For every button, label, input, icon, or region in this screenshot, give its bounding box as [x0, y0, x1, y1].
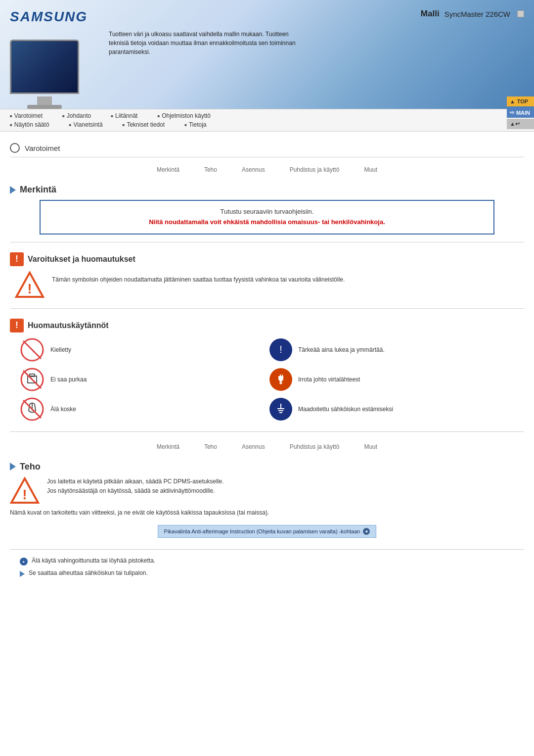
triangle-bullet-icon [20, 571, 25, 577]
breadcrumb-teho[interactable]: Teho [204, 166, 217, 173]
teho-section: Teho ! Jos laitetta ei käytetä pitkään a… [10, 462, 524, 577]
breadcrumb-muut[interactable]: Muut [364, 166, 377, 173]
breadcrumb-bottom-teho[interactable]: Teho [204, 443, 217, 450]
teho-note: Nämä kuvat on tarkoitettu vain viitteeks… [10, 509, 524, 516]
teho-text: Jos laitetta ei käytetä pitkään aikaan, … [47, 477, 224, 496]
nav-liitannät[interactable]: Liitännät [111, 112, 137, 119]
warning-item-2-text: Se saattaa aiheuttaa sähköiskun tai tuli… [29, 569, 148, 576]
top-button[interactable]: ▲ TOP [507, 96, 534, 106]
warning-box-line1: Tutustu seuraaviin turvaohjeisiin. [221, 208, 314, 215]
main-arrow-icon: ⇨ [510, 109, 514, 116]
nav-tekniset[interactable]: Tekniset tiedot [123, 121, 165, 128]
unplug-icon [269, 368, 292, 391]
nav-ohjelmiston[interactable]: Ohjelmiston käyttö [157, 112, 211, 119]
tarkeaa-label: Tärkeää aina lukea ja ymmärtää. [298, 346, 385, 353]
svg-rect-10 [282, 375, 283, 377]
svg-text:!: ! [22, 487, 27, 502]
section-header: Varotoimet [10, 139, 524, 157]
varoitukset-header: ! Varoitukset ja huomautukset [10, 252, 524, 266]
svg-text:!: ! [27, 281, 32, 296]
huomautus-header: ! Huomautuskäytännöt [10, 319, 524, 332]
varoitukset-content: ! Tämän symbolsin ohjeiden noudattamatta… [15, 271, 524, 298]
nav-vianetsinta[interactable]: Vianetsintä [69, 121, 103, 128]
breadcrumb-bottom-puhdistus[interactable]: Puhdistus ja käyttö [290, 443, 340, 450]
huomautus-exclamation-icon: ! [10, 319, 24, 332]
breadcrumb-bottom-merkinta[interactable]: Merkintä [157, 443, 179, 450]
triangle-warning-icon: ! [15, 271, 44, 298]
warning-item-1: ▪ Älä käytä vahingoittunutta tai löyhää … [20, 557, 514, 566]
svg-rect-11 [279, 380, 282, 381]
side-buttons: ▲ TOP ⇨ MAIN ▲↩ [507, 96, 534, 129]
breadcrumb-bottom-asennus[interactable]: Asennus [242, 443, 265, 450]
top-arrow-icon: ▲ [510, 98, 515, 104]
pikavalinta-icon: ● [363, 528, 370, 535]
breadcrumb-puhdistus[interactable]: Puhdistus ja käyttö [290, 166, 340, 173]
nav-johdanto[interactable]: Johdanto [62, 112, 91, 119]
huomautus-section: ! Huomautuskäytännöt Kielletty ! Tärkeää… [10, 319, 524, 422]
breadcrumb-bottom-muut[interactable]: Muut [364, 443, 377, 450]
svg-rect-9 [280, 375, 281, 377]
exclamation-icon: ! [10, 252, 24, 266]
back-button[interactable]: ▲↩ [507, 119, 534, 129]
teho-text-line2: Jos näytönsäästäjä on käytössä, säädä se… [47, 487, 215, 494]
nav-nayton-saato[interactable]: Näytön säätö [10, 121, 49, 128]
warning-item-1-text: Älä käytä vahingoittunutta tai löyhää pi… [32, 557, 155, 564]
nav-tietoja[interactable]: Tietoja [184, 121, 206, 128]
header-title-label: Malli [421, 9, 440, 19]
divider-1 [10, 242, 524, 242]
ground-icon [269, 398, 292, 421]
main-button[interactable]: ⇨ MAIN [507, 107, 534, 118]
nav-varotoimet[interactable]: Varotoimet [10, 112, 43, 119]
divider-3 [10, 431, 524, 432]
monitor-image [5, 40, 89, 109]
merkinta-subsection-title: Merkintä [10, 185, 524, 195]
section-icon [10, 143, 20, 153]
warning-box-line2: Niitä noudattamalla voit ehkäistä mahdol… [149, 218, 385, 226]
no-disassemble-icon [20, 367, 44, 392]
warning-box: Tutustu seuraaviin turvaohjeisiin. Niitä… [40, 200, 494, 235]
main-button-label: MAIN [516, 110, 530, 116]
ei-saa-purkaa-label: Ei saa purkaa [50, 376, 87, 383]
monitor-screen [10, 40, 79, 94]
teho-title-text: Teho [20, 462, 41, 472]
icons-grid: Kielletty ! Tärkeää aina lukea ja ymmärt… [20, 337, 514, 422]
svg-line-3 [23, 341, 41, 359]
ala-koske-label: Älä koske [50, 406, 76, 413]
teho-subsection-title: Teho [10, 462, 524, 472]
top-button-label: TOP [517, 98, 528, 104]
monitor-base [27, 105, 62, 109]
header-model-name: SyncMaster 226CW [445, 10, 510, 18]
header: SAMSUNG Malli SyncMaster 226CW Tuotteen … [0, 0, 534, 109]
header-description: Tuotteen väri ja ulkoasu saattavat vaihd… [109, 30, 307, 56]
breadcrumb-nav-bottom: Merkintä Teho Asennus Puhdistus ja käytt… [10, 439, 524, 454]
varoitukset-text: Tämän symbolsin ohjeiden noudattamatta j… [52, 271, 345, 284]
kielletty-label: Kielletty [50, 346, 71, 353]
forbidden-icon [20, 337, 44, 362]
page-content: Varotoimet Merkintä Teho Asennus Puhdist… [0, 132, 534, 592]
pikavalinta-button[interactable]: Pikavalinta Anti-afterimage Instruction … [158, 525, 377, 538]
navigation-bar: Varotoimet Johdanto Liitännät Ohjelmisto… [0, 109, 534, 132]
huomautus-title: Huomautuskäytännöt [28, 321, 109, 330]
samsung-logo: SAMSUNG [10, 9, 88, 25]
no-touch-icon [20, 397, 44, 422]
nav-row-1: Varotoimet Johdanto Liitännät Ohjelmisto… [10, 112, 524, 119]
merkinta-title-text: Merkintä [20, 185, 56, 195]
warning-box-text: Tutustu seuraaviin turvaohjeisiin. Niitä… [50, 207, 484, 228]
irrota-label: Irrota johto virtalähteest [298, 376, 360, 383]
section-title: Varotoimet [25, 144, 60, 152]
icon-item-irrota: Irrota johto virtalähteest [269, 367, 514, 392]
maadoitettu-label: Maadoitettu sähköiskun estämiseksi [298, 406, 393, 413]
teho-text-line1: Jos laitetta ei käytetä pitkään aikaan, … [47, 478, 224, 485]
breadcrumb-asennus[interactable]: Asennus [242, 166, 265, 173]
header-title-area: Malli SyncMaster 226CW [421, 9, 524, 19]
teho-arrow-icon [10, 463, 16, 471]
nav-row-2: Näytön säätö Vianetsintä Tekniset tiedot… [10, 121, 524, 128]
teho-triangle-icon: ! [10, 477, 40, 504]
breadcrumb-merkinta[interactable]: Merkintä [157, 166, 179, 173]
icon-item-ala-koske: Älä koske [20, 397, 265, 422]
back-arrow-icon: ▲↩ [510, 121, 520, 127]
teho-content: ! Jos laitetta ei käytetä pitkään aikaan… [10, 477, 524, 504]
model-color-swatch [517, 10, 524, 17]
warning-bullet-icon-1: ▪ [20, 558, 28, 566]
divider-4 [10, 549, 524, 550]
